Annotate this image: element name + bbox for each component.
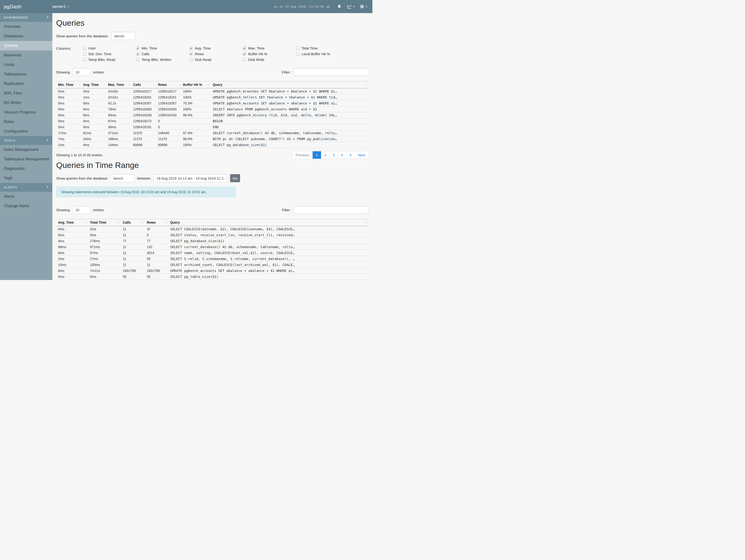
- column-header-max-time[interactable]: Max. Time↑↓: [106, 81, 131, 89]
- checkbox-local-buffer-hit[interactable]: Local Buffer Hit %: [296, 52, 349, 56]
- column-header-calls[interactable]: Calls↑↓: [121, 219, 145, 226]
- sidebar-item-wal-files[interactable]: WAL Files: [0, 89, 52, 98]
- column-header-avg-time[interactable]: Avg. Time↑↓: [56, 219, 88, 226]
- checkbox-icon: [83, 58, 86, 61]
- query-link[interactable]: SELECT pg_database_size($1): [168, 238, 368, 244]
- query-link[interactable]: SELECT checkpoints_timed, checkpoints_re…: [168, 280, 368, 280]
- settings-menu-button[interactable]: ▾: [359, 4, 367, 9]
- checkbox-std-dev-time[interactable]: Std. Dev. Time: [83, 52, 136, 56]
- pagination-page-5[interactable]: 5: [347, 151, 355, 159]
- sidebar-item-vacuum-progress[interactable]: Vacuum Progress: [0, 107, 52, 117]
- sidebar-item-overview[interactable]: Overview: [0, 22, 52, 31]
- filter-input-2[interactable]: [293, 206, 368, 213]
- sidebar-item-locks[interactable]: Locks: [0, 60, 52, 69]
- calls-cell: 1295418193: [131, 112, 156, 118]
- checkbox-max-time[interactable]: ✓Max. Time: [243, 46, 296, 50]
- sidebar-item-roles[interactable]: Roles: [0, 117, 52, 127]
- query-link[interactable]: UPDATE pgbench_tellers SET tbalance = tb…: [211, 94, 368, 100]
- go-button[interactable]: Go: [230, 174, 240, 182]
- pagination-page-3[interactable]: 3: [329, 151, 338, 159]
- query-link[interactable]: SELECT pg_database_size($1): [211, 142, 368, 148]
- query-link[interactable]: SELECT current_database() AS db, scheman…: [168, 244, 368, 250]
- avg-time-cell: 2ms: [81, 88, 106, 94]
- query-link[interactable]: INSERT INTO pgbench_history (tid, bid, a…: [211, 112, 368, 118]
- notifications-button[interactable]: [337, 4, 342, 9]
- sidebar-item-tablespace-management[interactable]: Tablespace Management: [0, 154, 52, 164]
- checkbox-min-time[interactable]: ✓Min. Time: [136, 46, 189, 50]
- query-link[interactable]: UPDATE pgbench_accounts SET abalance = a…: [211, 100, 368, 106]
- date-range-input[interactable]: [154, 174, 227, 182]
- query-link[interactable]: SELECT archived_count, COALESCE(last_arc…: [168, 262, 368, 268]
- sidebar-item-diagnostics[interactable]: Diagnostics: [0, 164, 52, 173]
- sidebar-item-change-alerts[interactable]: Change Alerts: [0, 201, 52, 211]
- total-time-cell: 27ms: [88, 256, 121, 262]
- query-link[interactable]: SELECT name, setting, COALESCE(boot_val,…: [168, 250, 368, 256]
- avg-time-cell: 8ms: [56, 250, 88, 256]
- checkbox-total-time[interactable]: Total Time: [296, 46, 349, 50]
- sidebar-item-replication[interactable]: Replication: [0, 79, 52, 89]
- column-header-rows[interactable]: Rows↑↓: [145, 219, 168, 226]
- queries-table: Min. Time↑↓ Avg. Time↑↓ Max. Time↑↓ Call…: [56, 81, 368, 148]
- database-input-2[interactable]: [110, 174, 134, 182]
- sidebar-item-backends[interactable]: Backends: [0, 51, 52, 60]
- sidebar-item-alerts[interactable]: Alerts: [0, 192, 52, 201]
- rows-cell: 60898: [156, 142, 181, 148]
- pagination-previous[interactable]: Previous: [292, 151, 313, 159]
- column-header-avg-time[interactable]: Avg. Time↑↓: [81, 81, 106, 89]
- pagination-page-1[interactable]: 1: [313, 151, 321, 159]
- brand-logo[interactable]: pgDash: [0, 4, 52, 9]
- checkbox-rows[interactable]: ✓Rows: [189, 52, 243, 56]
- query-link[interactable]: SELECT S.relid, S.schemaname, S.relname,…: [168, 256, 368, 262]
- checkbox-calls[interactable]: ✓Calls: [136, 52, 189, 56]
- pagination-page-4[interactable]: 4: [338, 151, 346, 159]
- query-link[interactable]: END: [211, 124, 368, 130]
- query-link[interactable]: SELECT status, receive_start_lsn, receiv…: [168, 232, 368, 238]
- sort-icon: ↑↓: [178, 83, 180, 86]
- checkbox-buffer-hit[interactable]: ✓Buffer Hit %: [243, 52, 296, 56]
- calls-cell: 11: [121, 262, 145, 268]
- query-link[interactable]: SELECT current_database() AS db, scheman…: [211, 130, 368, 136]
- charts-menu-button[interactable]: ▾: [347, 4, 355, 9]
- column-header-buffer-hit[interactable]: Buffer Hit %↑↓: [181, 81, 211, 89]
- sidebar-item-tablespaces[interactable]: Tablespaces: [0, 69, 52, 79]
- sidebar-item-configuration[interactable]: Configuration: [0, 127, 52, 136]
- query-link[interactable]: SELECT COALESCE(datname, $2), COALESCE(u…: [168, 226, 368, 232]
- server-selector[interactable]: server1 ▾: [52, 4, 69, 9]
- sidebar-item-top-k[interactable]: Top k: [0, 173, 52, 183]
- filter-input[interactable]: [293, 68, 368, 76]
- sidebar-item-index-management[interactable]: Index Management: [0, 145, 52, 154]
- checkbox-user[interactable]: User: [83, 46, 136, 50]
- sidebar-item-databases[interactable]: Databases: [0, 31, 52, 41]
- entries-count-input[interactable]: [72, 68, 91, 76]
- checkbox-disk-read[interactable]: Disk Read: [189, 58, 243, 62]
- query-link[interactable]: WITH pc AS (SELECT pubname, COUNT(*) AS …: [211, 136, 368, 142]
- calls-cell: 1295418191: [131, 124, 156, 130]
- checkbox-temp-blks-read[interactable]: Temp Blks. Read: [83, 58, 136, 62]
- database-input[interactable]: [111, 32, 135, 40]
- checkbox-disk-write[interactable]: Disk Write: [243, 58, 296, 62]
- chart-line-icon: [347, 4, 352, 9]
- entries-count-input-2[interactable]: [72, 206, 91, 213]
- query-link[interactable]: SELECT pg_table_size($1): [168, 274, 368, 280]
- column-header-total-time[interactable]: Total Time↑↓: [88, 219, 121, 226]
- checkbox-avg-time[interactable]: ✓Avg. Time: [189, 46, 243, 50]
- sidebar-item-bg-writer[interactable]: BG Writer: [0, 98, 52, 107]
- pagination-page-2[interactable]: 2: [321, 151, 329, 159]
- column-header-query[interactable]: Query↑↓: [168, 219, 368, 226]
- pagination-next[interactable]: Next: [355, 151, 368, 159]
- checkbox-temp-blks-written[interactable]: Temp Blks. Written: [136, 58, 189, 62]
- column-header-rows[interactable]: Rows↑↓: [156, 81, 181, 89]
- avg-time-cell: 0ms: [56, 268, 88, 274]
- sidebar-section-alerts[interactable]: ALERTS: [0, 183, 52, 192]
- query-link[interactable]: UPDATE pgbench_branches SET bbalance = b…: [211, 88, 368, 94]
- column-header-query[interactable]: Query↑↓: [211, 81, 368, 89]
- column-header-calls[interactable]: Calls↑↓: [131, 81, 156, 89]
- sidebar-item-queries[interactable]: Queries: [0, 41, 52, 51]
- query-link[interactable]: UPDATE pgbench_accounts SET abalance = a…: [168, 268, 368, 274]
- sidebar-section-dashboards[interactable]: DASHBOARDS: [0, 13, 52, 22]
- query-link[interactable]: BEGIN: [211, 118, 368, 124]
- column-header-min-time[interactable]: Min. Time↑↓: [56, 81, 81, 89]
- sidebar-section-tools[interactable]: TOOLS: [0, 136, 52, 145]
- rows-cell: 11370: [156, 136, 181, 142]
- query-link[interactable]: SELECT abalance FROM pgbench_accounts WH…: [211, 106, 368, 112]
